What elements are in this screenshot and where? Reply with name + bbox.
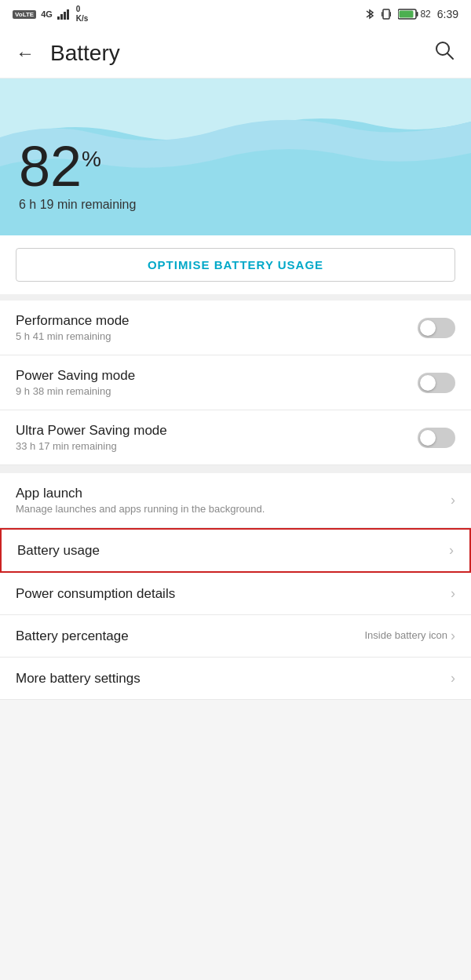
section-divider-1 (0, 465, 471, 473)
performance-mode-item[interactable]: Performance mode 5 h 41 min remaining (0, 301, 471, 355)
power-saving-title: Power Saving mode (16, 368, 418, 384)
power-consumption-item[interactable]: Power consumption details › (0, 573, 471, 615)
ultra-power-saving-toggle[interactable] (418, 428, 455, 448)
status-bar: VoLTE 4G 0 K/s 82 (0, 0, 471, 28)
ultra-power-saving-title: Ultra Power Saving mode (16, 423, 418, 439)
status-right: 82 6:39 (365, 8, 458, 20)
battery-percentage-title: Battery percentage (16, 628, 364, 644)
battery-percentage-chevron: › (451, 628, 455, 644)
svg-rect-9 (400, 11, 414, 18)
link-settings-list: App launch Manage launches and apps runn… (0, 473, 471, 700)
ultra-power-saving-item[interactable]: Ultra Power Saving mode 33 h 17 min rema… (0, 410, 471, 465)
app-launch-chevron: › (451, 492, 455, 508)
data-speed: 0 K/s (76, 5, 89, 24)
app-bar: ← Battery (0, 28, 471, 78)
power-saving-sub: 9 h 38 min remaining (16, 385, 418, 397)
battery-percentage-item[interactable]: Battery percentage Inside battery icon › (0, 615, 471, 658)
search-icon (433, 39, 455, 61)
battery-percent-status: 82 (420, 9, 430, 20)
network-type: 4G (41, 9, 53, 19)
svg-rect-0 (57, 16, 60, 20)
battery-icon: 82 (398, 9, 430, 20)
power-saving-mode-item[interactable]: Power Saving mode 9 h 38 min remaining (0, 355, 471, 410)
more-battery-settings-chevron: › (451, 670, 455, 687)
search-button[interactable] (433, 39, 455, 67)
more-battery-settings-title: More battery settings (16, 671, 451, 687)
performance-mode-sub: 5 h 41 min remaining (16, 330, 418, 342)
back-button[interactable]: ← (16, 42, 35, 64)
svg-rect-4 (383, 9, 389, 19)
bluetooth-icon (365, 8, 374, 20)
page-title: Battery (50, 41, 120, 66)
svg-line-11 (447, 53, 453, 59)
toggle-settings-list: Performance mode 5 h 41 min remaining Po… (0, 301, 471, 465)
battery-percentage-right: Inside battery icon › (364, 628, 455, 644)
performance-mode-title: Performance mode (16, 313, 418, 329)
battery-usage-chevron: › (449, 542, 454, 559)
power-consumption-chevron: › (451, 585, 455, 602)
app-launch-title: App launch (16, 486, 451, 501)
volte-badge: VoLTE (13, 10, 36, 19)
vibrate-icon (381, 8, 392, 20)
battery-remaining-text: 6 h 19 min remaining (19, 198, 136, 212)
svg-rect-2 (64, 12, 66, 20)
app-launch-item[interactable]: App launch Manage launches and apps runn… (0, 473, 471, 528)
power-saving-toggle[interactable] (418, 373, 455, 393)
battery-usage-item[interactable]: Battery usage › (0, 528, 471, 573)
battery-large-percentage: 82% (19, 138, 136, 195)
more-battery-settings-item[interactable]: More battery settings › (0, 658, 471, 700)
ultra-power-saving-sub: 33 h 17 min remaining (16, 440, 418, 452)
performance-mode-toggle[interactable] (418, 318, 455, 338)
optimise-button[interactable]: OPTIMISE BATTERY USAGE (16, 248, 455, 282)
battery-percentage-value: Inside battery icon (364, 629, 447, 643)
power-consumption-title: Power consumption details (16, 586, 451, 602)
battery-usage-title: Battery usage (17, 543, 449, 559)
optimise-section: OPTIMISE BATTERY USAGE (0, 235, 471, 301)
svg-rect-5 (382, 12, 382, 16)
battery-info: 82% 6 h 19 min remaining (19, 138, 136, 212)
svg-rect-6 (390, 12, 391, 16)
svg-rect-1 (60, 14, 63, 20)
app-launch-sub: Manage launches and apps running in the … (16, 503, 451, 515)
svg-rect-8 (417, 12, 418, 16)
time-display: 6:39 (437, 8, 458, 20)
battery-hero: 82% 6 h 19 min remaining (0, 78, 471, 235)
status-left: VoLTE 4G 0 K/s (13, 5, 88, 24)
signal-bars-icon (57, 9, 71, 20)
svg-rect-3 (67, 9, 69, 20)
